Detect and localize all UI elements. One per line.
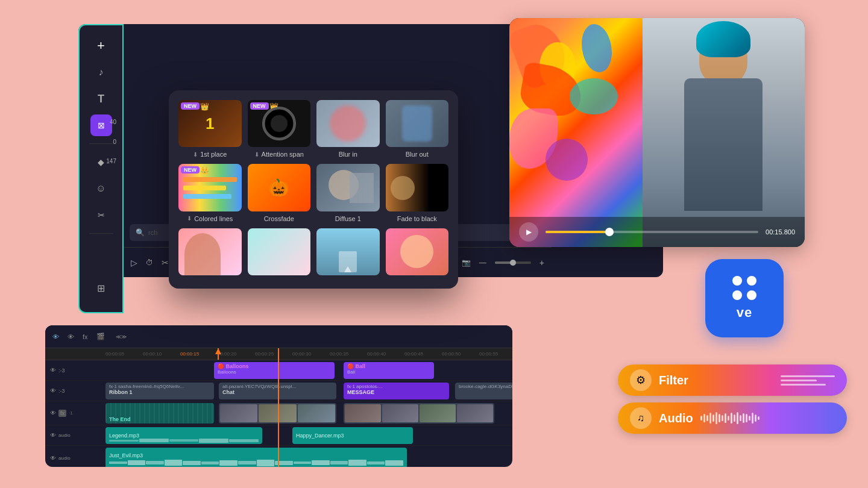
zoom-out-icon[interactable]: — (479, 258, 486, 267)
transitions-icon[interactable]: ⊠ (90, 114, 112, 136)
clip-chat[interactable]: all-pazani-YEC7VQzWQt8-unspl... Chat (219, 383, 336, 399)
transition-item-crossfade[interactable]: 🎃 Crossfade (248, 164, 311, 222)
audio-pill[interactable]: ♫ Audio (618, 402, 847, 434)
count-40: 40 (110, 119, 116, 125)
film-icon[interactable]: 🎬 (96, 333, 105, 340)
filter-icon: ⚙ (636, 374, 646, 387)
track-eye-4[interactable]: 👁 (50, 432, 56, 439)
grid-icon[interactable]: ⊞ (90, 277, 112, 299)
audio-label: Audio (659, 411, 693, 425)
filter-label: Filter (659, 374, 773, 387)
zoom-in-icon[interactable]: + (539, 258, 544, 267)
transition-item-row3-3[interactable] (316, 228, 380, 279)
transition-item-blur-out[interactable]: Blur out (386, 100, 449, 158)
clip-legend-mp3[interactable]: Legend.mp3 (105, 427, 262, 444)
sticker-icon[interactable]: ✂ (90, 204, 112, 226)
transition-item-blur-in[interactable]: Blur in (316, 100, 380, 158)
clip-the-end[interactable]: The End (105, 403, 214, 424)
add-icon[interactable]: + (90, 35, 112, 57)
progress-bar[interactable] (546, 231, 758, 233)
timeline-ruler: 00:00:05 00:00:10 00:00:15 00:00:20 00:0… (45, 348, 512, 360)
transition-item-fade-to-black[interactable]: Fade to black (386, 164, 449, 222)
clip-just-evil[interactable]: Just_Evil.mp3 (105, 448, 407, 467)
search-placeholder[interactable]: rch (148, 229, 157, 236)
clip-video-1[interactable] (219, 403, 336, 424)
clip-video-2[interactable] (344, 403, 494, 424)
transition-item-diffuse-1[interactable]: Diffuse 1 (316, 164, 380, 222)
clip-brooke[interactable]: brooke-cagle-dGK3ynaDNCl-unsp... (455, 383, 512, 399)
count-0: 0 (113, 139, 116, 145)
transition-item-row3-4[interactable] (386, 228, 449, 279)
track-row-2: 👁 :-3 fx·1 sasha-freemind–frq5Q6Ne8v... … (45, 381, 512, 401)
ve-dot-2 (747, 276, 756, 286)
ve-label: ve (737, 305, 752, 321)
track-row-audio-2: 👁 audio Just_Evil.mp3 (45, 446, 512, 467)
clock-icon[interactable]: ⏱ (146, 258, 153, 267)
track-eye-2[interactable]: 👁 (50, 387, 56, 394)
music-note-icon: ♫ (637, 413, 644, 424)
clip-balloons[interactable]: 🔴 Balloons Balloons (214, 362, 335, 379)
track-row-1: 👁 :-3 🔴 Balloons Balloons 🔴 Ball Ball (45, 360, 512, 381)
time-display: 00:15.800 (766, 228, 795, 236)
fx-icon[interactable]: fx (83, 333, 88, 340)
text-icon[interactable]: T (90, 88, 112, 110)
transition-item-row3-1[interactable] (178, 228, 242, 279)
ve-dot-1 (732, 276, 742, 286)
transition-item-attention-span[interactable]: NEW 👑 ⬇ Attention span (248, 100, 311, 158)
clip-ribbon[interactable]: fx·1 sasha-freemind–frq5Q6Ne8v... Ribbon… (105, 383, 214, 399)
double-arrow[interactable]: ≪≫ (116, 334, 127, 340)
camera-icon[interactable]: 📷 (462, 258, 471, 267)
transition-item-colored-lines[interactable]: NEW 👑 ⬇ Colored lines (178, 164, 242, 222)
emoji-icon[interactable]: ☺ (90, 178, 112, 199)
ve-app-icon[interactable]: ve (705, 259, 784, 337)
timeline-area: 👁 👁 fx 🎬 ≪≫ 00:00:05 00:00:10 00:00:15 0… (45, 325, 512, 467)
track-row-3: 👁 fx ·1 The End (45, 401, 512, 425)
track-row-audio-1: 👁 audio Legend.mp3 Happy_Dancer.mp3 (45, 425, 512, 446)
ve-dot-3 (732, 290, 742, 300)
count-147: 147 (106, 158, 116, 164)
track-eye-1[interactable]: 👁 (50, 367, 56, 374)
audio-icon-wrap: ♫ (630, 407, 652, 429)
clip-happy-dancer[interactable]: Happy_Dancer.mp3 (292, 427, 413, 444)
music-icon[interactable]: ♪ (90, 61, 112, 83)
eye-icon-2[interactable]: 👁 (68, 333, 74, 340)
track-eye-5[interactable]: 👁 (50, 455, 56, 461)
ve-dot-4 (747, 290, 756, 300)
transitions-popup: NEW 1 👑 ⬇ 1st place NEW 👑 ⬇ Attention sp… (169, 90, 458, 289)
transition-item-row3-2[interactable] (248, 228, 311, 279)
track-eye-3[interactable]: 👁 (50, 410, 56, 416)
filter-pill[interactable]: ⚙ Filter (618, 364, 847, 396)
filter-lines (781, 375, 835, 386)
play-button[interactable]: ▶ (519, 222, 538, 242)
clip-ball[interactable]: 🔴 Ball Ball (344, 362, 434, 379)
search-icon: 🔍 (136, 228, 145, 237)
cursor-icon[interactable]: ▷ (131, 258, 137, 267)
transition-item-1st-place[interactable]: NEW 1 👑 ⬇ 1st place (178, 100, 242, 158)
video-preview: ▶ 00:15.800 (509, 18, 805, 247)
audio-waves (700, 412, 835, 424)
cut-icon[interactable]: ✂ (162, 258, 169, 267)
timeline-tools: 👁 👁 fx 🎬 ≪≫ (45, 325, 512, 348)
clip-message[interactable]: fx·1 apostolos-... MESSAGE (344, 383, 449, 399)
eye-icon-1[interactable]: 👁 (52, 333, 59, 340)
left-toolbar: + ♪ T ⊠ ◆ ☺ ✂ ⊞ 40 0 147 (78, 24, 124, 313)
filter-icon-wrap: ⚙ (630, 369, 652, 391)
